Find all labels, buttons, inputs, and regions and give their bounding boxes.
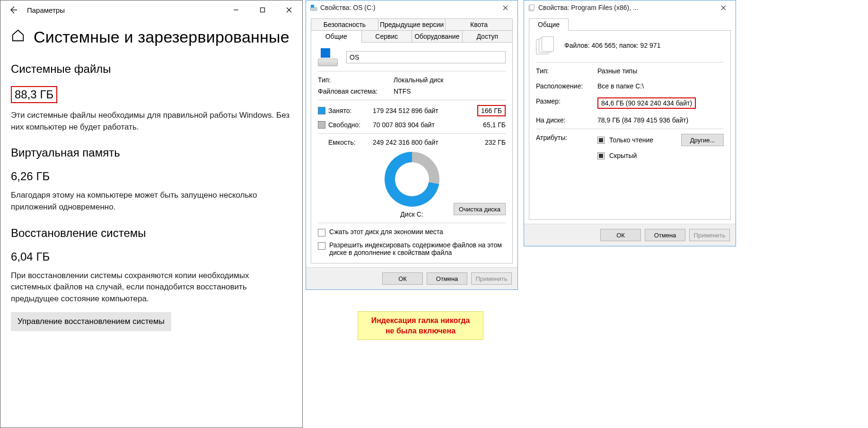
svg-rect-0 [261,8,265,12]
type-label: Тип: [318,76,394,84]
used-gb-highlight: 166 ГБ [477,105,506,116]
svg-rect-2 [311,5,314,8]
minimize-icon [233,7,239,13]
type-label: Тип: [536,67,597,75]
folder-window-title: Свойства: Program Files (x86), ... [538,4,639,11]
readonly-checkbox[interactable] [597,137,605,144]
size-value-highlight: 84,6 ГБ (90 924 240 434 байт) [597,97,696,109]
section-system-restore: Восстановление системы 6,04 ГБ При восст… [11,227,292,332]
maximize-button[interactable] [249,0,276,19]
section-title: Системные файлы [11,62,292,76]
fs-label: Файловая система: [318,87,394,95]
document-stack-icon [528,4,535,11]
hidden-checkbox[interactable] [597,152,605,159]
document-stack-large-icon [536,36,556,54]
other-attributes-button[interactable]: Другие... [681,134,724,146]
close-icon [503,5,508,10]
tab-security[interactable]: Безопасность [311,18,378,30]
folder-tabs: Общие [529,18,731,31]
used-bytes: 179 234 512 896 байт [373,107,471,114]
location-label: Расположение: [536,82,597,90]
disk-titlebar: Свойства: OS (C:) [306,0,517,15]
close-icon [286,7,292,13]
fs-value: NTFS [394,87,506,95]
folder-dialog-buttons: ОК Отмена Применить [524,224,736,246]
annotation-note: Индексация галка никогда не была включен… [358,311,483,340]
free-label: Свободно: [328,121,373,129]
attributes-label: Атрибуты: [536,134,597,141]
section-value: 6,04 ГБ [11,250,292,263]
folder-counts: Файлов: 406 565; папок: 92 971 [564,42,660,49]
free-swatch [318,121,325,129]
svg-rect-4 [530,5,534,10]
index-row: Разрешить индексировать содержимое файло… [318,241,506,256]
minimize-button[interactable] [223,0,249,19]
ondisk-label: На диске: [536,116,597,124]
section-desc: При восстановлении системы сохраняются к… [11,270,290,305]
section-title: Восстановление системы [11,227,292,240]
highlighted-value: 88,3 ГБ [11,86,57,103]
tab-row-1: Безопасность Предыдущие версии Квота [311,18,513,30]
cancel-button[interactable]: Отмена [427,272,467,285]
usage-donut-icon [385,152,439,207]
disk-name-input[interactable] [346,51,506,63]
tab-sharing[interactable]: Доступ [462,30,513,42]
folder-body: Общие Файлов: 406 565; папок: 92 971 Тип… [524,15,736,224]
capacity-gb: 232 ГБ [471,139,506,146]
section-virtual-memory: Виртуальная память 6,26 ГБ Благодаря это… [11,146,292,213]
compress-checkbox[interactable] [318,229,325,236]
used-swatch [318,107,325,114]
manage-restore-button[interactable]: Управление восстановлением системы [11,312,171,331]
settings-heading-row: Системные и зарезервированные [11,28,292,46]
ok-button[interactable]: ОК [382,272,423,285]
free-gb: 65,1 ГБ [471,121,506,129]
back-button[interactable] [2,0,24,19]
index-label: Разрешить индексировать содержимое файло… [329,241,506,256]
cancel-button[interactable]: Отмена [645,229,685,241]
settings-titlebar: Параметры [0,0,302,19]
section-desc: Эти системные файлы необходимы для прави… [11,110,290,133]
tab-tools[interactable]: Сервис [361,30,412,42]
note-line-1: Индексация галка никогда [364,315,477,326]
tab-general[interactable]: Общие [311,30,361,42]
free-bytes: 70 007 803 904 байт [373,121,471,129]
close-icon [721,5,726,10]
close-button[interactable] [713,1,734,14]
disk-cleanup-button[interactable]: Очистка диска [454,203,506,215]
hidden-label: Скрытый [609,152,637,159]
folder-properties-dialog: Свойства: Program Files (x86), ... Общие… [524,0,736,246]
compress-row: Сжать этот диск для экономии места [318,228,506,236]
close-button[interactable] [495,1,516,14]
arrow-left-icon [9,5,18,15]
tab-general[interactable]: Общие [529,18,569,30]
drive-large-icon [318,48,338,66]
compress-label: Сжать этот диск для экономии места [329,228,443,236]
apply-button[interactable]: Применить [471,272,512,285]
type-value: Разные типы [597,67,724,75]
disk-window-title: Свойства: OS (C:) [320,4,376,11]
section-title: Виртуальная память [11,146,292,159]
apply-button[interactable]: Применить [689,229,730,241]
settings-window-title: Параметры [27,6,65,14]
maximize-icon [260,7,265,13]
tab-quota[interactable]: Квота [445,18,513,30]
disk-body: Безопасность Предыдущие версии Квота Общ… [306,15,517,267]
tab-panel-general: Тип: Локальный диск Файловая система: NT… [311,43,513,263]
used-label: Занято: [328,107,373,114]
ok-button[interactable]: ОК [600,229,641,241]
usage-chart-wrap: Диск C: Очистка диска [318,152,506,218]
section-value: 6,26 ГБ [11,170,292,183]
section-desc: Благодаря этому на компьютере может быть… [11,190,290,213]
ondisk-value: 78,9 ГБ (84 789 415 936 байт) [597,116,724,124]
drive-icon [310,4,317,11]
tab-row-2: Общие Сервис Оборудование Доступ [311,30,513,43]
settings-window: Параметры Системные и зарезервированные … [0,0,303,428]
home-icon[interactable] [11,28,25,46]
section-value: 88,3 ГБ [11,86,292,103]
folder-titlebar: Свойства: Program Files (x86), ... [524,0,736,15]
tab-hardware[interactable]: Оборудование [412,30,462,42]
index-checkbox[interactable] [318,242,325,250]
tab-previous-versions[interactable]: Предыдущие версии [378,18,445,30]
type-value: Локальный диск [394,76,506,84]
close-button[interactable] [276,0,302,19]
